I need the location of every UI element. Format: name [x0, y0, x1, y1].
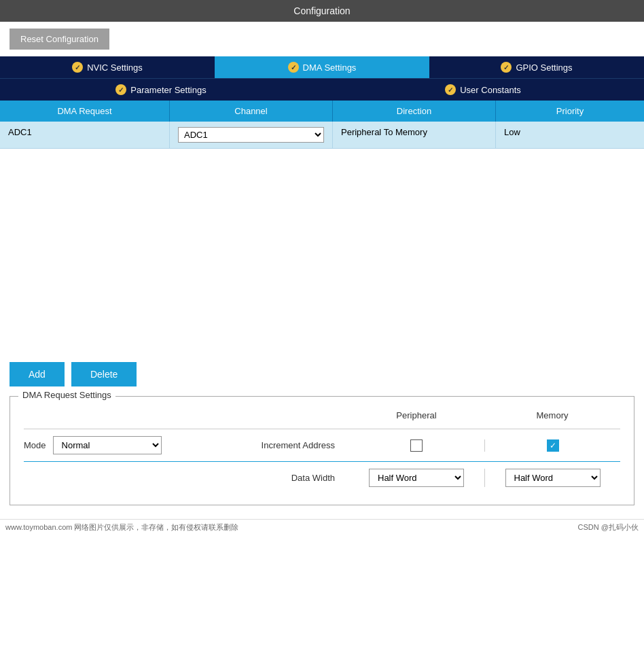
delete-button[interactable]: Delete [71, 362, 137, 386]
tab-user-label: User Constants [460, 85, 521, 95]
memory-dw-select[interactable]: Byte Half Word Word [505, 469, 601, 487]
td-priority: Low [496, 122, 644, 148]
tabs-row1: ✓ NVIC Settings ✓ DMA Settings ✓ GPIO Se… [0, 56, 644, 78]
increment-address-label: Increment Address [262, 440, 348, 450]
td-direction: Peripheral To Memory [333, 122, 496, 148]
user-check-icon: ✓ [445, 84, 456, 95]
dma-check-icon: ✓ [288, 62, 299, 73]
nvic-check-icon: ✓ [72, 62, 83, 73]
td-dma-request: ADC1 [0, 122, 170, 148]
add-button[interactable]: Add [10, 362, 65, 386]
reset-config-button[interactable]: Reset Configuration [10, 29, 109, 50]
memory-dw-cell: Byte Half Word Word [484, 469, 620, 487]
tab-gpio-label: GPIO Settings [516, 62, 572, 73]
tab-nvic[interactable]: ✓ NVIC Settings [0, 56, 215, 78]
mode-select[interactable]: Normal Circular [53, 436, 162, 454]
param-check-icon: ✓ [115, 84, 126, 95]
dma-col-headers: Peripheral Memory [24, 408, 620, 423]
tab-dma[interactable]: ✓ DMA Settings [215, 56, 429, 78]
footer-left: www.toymoban.com 网络图片仅供展示，非存储，如有侵权请联系删除 [5, 522, 238, 533]
mode-increment-row: Mode Normal Circular Increment Address ✓ [24, 429, 620, 461]
th-direction: Direction [333, 101, 496, 122]
memory-col-header: Memory [484, 408, 620, 423]
tabs-row2: ✓ Parameter Settings ✓ User Constants [0, 78, 644, 101]
th-priority: Priority [496, 101, 644, 122]
tab-param-label: Parameter Settings [130, 85, 206, 95]
data-width-label: Data Width [24, 473, 348, 483]
peripheral-dw-cell: Byte Half Word Word [348, 469, 484, 487]
footer-right: CSDN @扎码小伙 [578, 522, 639, 533]
mode-section: Mode Normal Circular Increment Address [24, 436, 348, 454]
title-label: Configuration [293, 5, 350, 16]
peripheral-dw-select[interactable]: Byte Half Word Word [369, 469, 464, 487]
tab-user[interactable]: ✓ User Constants [322, 79, 644, 101]
th-channel: Channel [170, 101, 333, 122]
td-channel[interactable]: ADC1 [170, 122, 333, 148]
content-spacer [0, 149, 644, 353]
dma-settings-label: DMA Request Settings [18, 390, 115, 400]
tab-dma-label: DMA Settings [303, 62, 357, 73]
tab-param[interactable]: ✓ Parameter Settings [0, 79, 322, 101]
peripheral-col-header: Peripheral [348, 408, 484, 423]
table-row: ADC1 ADC1 Peripheral To Memory Low [0, 122, 644, 149]
th-dma-request: DMA Request [0, 101, 170, 122]
tab-nvic-label: NVIC Settings [87, 62, 143, 73]
gpio-check-icon: ✓ [501, 62, 512, 73]
peripheral-checkbox-cell[interactable] [348, 439, 484, 452]
channel-select[interactable]: ADC1 [178, 127, 324, 143]
toolbar: Reset Configuration [0, 22, 644, 56]
mode-label: Mode [24, 440, 46, 450]
dma-request-settings: DMA Request Settings Peripheral Memory M… [10, 396, 634, 505]
dma-table: DMA Request Channel Direction Priority A… [0, 101, 644, 149]
peripheral-checkbox[interactable] [410, 439, 423, 452]
data-width-row: Data Width Byte Half Word Word Byte Half… [24, 461, 620, 494]
footer-bar: www.toymoban.com 网络图片仅供展示，非存储，如有侵权请联系删除 … [0, 519, 644, 535]
title-bar: Configuration [0, 0, 644, 22]
table-header: DMA Request Channel Direction Priority [0, 101, 644, 122]
tab-gpio[interactable]: ✓ GPIO Settings [429, 56, 644, 78]
memory-checkbox[interactable]: ✓ [547, 439, 559, 452]
memory-checkbox-cell[interactable]: ✓ [484, 439, 620, 452]
